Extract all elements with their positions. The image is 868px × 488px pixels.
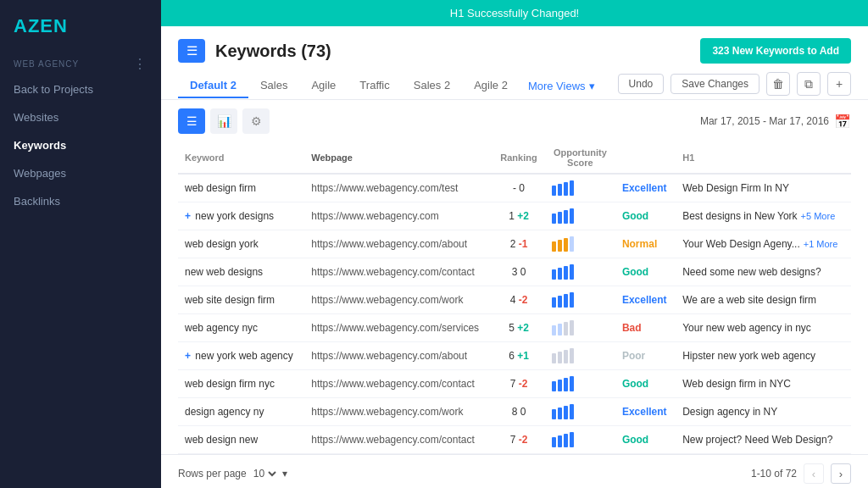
calendar-icon[interactable]: 📅 bbox=[834, 114, 851, 130]
opportunity-label: Excellent bbox=[615, 398, 676, 426]
more-views-button[interactable]: More Views ▾ bbox=[520, 75, 604, 97]
keyword-text: design agency ny bbox=[185, 406, 264, 418]
ranking-cell: 2 -1 bbox=[492, 230, 545, 258]
keyword-text: web agency nyc bbox=[185, 322, 258, 334]
ranking-cell: 4 -2 bbox=[492, 286, 545, 314]
page-title: Keywords (73) bbox=[215, 42, 690, 61]
chart-view-button[interactable]: 📊 bbox=[210, 108, 237, 134]
rank-value: 5 bbox=[509, 322, 515, 334]
rank-change: -1 bbox=[515, 238, 527, 250]
opportunity-bars bbox=[545, 286, 615, 314]
opportunity-label: Bad bbox=[615, 314, 676, 342]
content-header: ☰ Keywords (73) 323 New Keywords to Add bbox=[161, 26, 868, 67]
rows-per-page-select[interactable]: 10 25 50 bbox=[250, 467, 279, 480]
h1-column-header: H1 bbox=[676, 142, 851, 174]
keyword-text: web design firm nyc bbox=[185, 378, 275, 390]
h1-cell: Hipster new york web agency bbox=[676, 342, 851, 370]
opportunity-label: Good bbox=[615, 370, 676, 398]
table-row: web design newhttps://www.webagency.com/… bbox=[178, 426, 851, 454]
h1-text: New project? Need Web Design? bbox=[682, 434, 832, 446]
opp-score-column-header: OpportunityScore bbox=[545, 142, 615, 174]
filter-view-button[interactable]: ⚙ bbox=[242, 108, 270, 134]
opportunity-label: Good bbox=[615, 426, 676, 454]
h1-text: Your Web Design Ageny... bbox=[682, 238, 800, 250]
ranking-cell: 1 +2 bbox=[492, 202, 545, 230]
hamburger-button[interactable]: ☰ bbox=[178, 39, 205, 63]
undo-button[interactable]: Undo bbox=[618, 74, 665, 94]
add-keyword-icon[interactable]: + bbox=[185, 210, 193, 222]
h1-cell: Your new web agency in nyc bbox=[676, 314, 851, 342]
tab-agile[interactable]: Agile bbox=[299, 74, 348, 98]
table-view-button[interactable]: ☰ bbox=[178, 108, 205, 134]
keyword-text: new york web agency bbox=[195, 350, 292, 362]
table-row: web agency nychttps://www.webagency.com/… bbox=[178, 314, 851, 342]
rank-change: +2 bbox=[515, 210, 529, 222]
sidebar-item-websites[interactable]: Websites bbox=[0, 103, 161, 131]
table-row: + new york designshttps://www.webagency.… bbox=[178, 202, 851, 230]
h1-text: Hipster new york web agency bbox=[682, 350, 815, 362]
h1-cell: Your Web Design Ageny...+1 More bbox=[676, 230, 851, 258]
h1-text: We are a web site design firm bbox=[682, 294, 816, 306]
h1-text: Design agency in NY bbox=[682, 406, 777, 418]
tab-sales[interactable]: Sales bbox=[248, 74, 300, 98]
h1-more-link[interactable]: +5 More bbox=[801, 211, 836, 221]
webpage-text: https://www.webagency.com/test bbox=[304, 174, 492, 202]
h1-text: Web design firm in NYC bbox=[682, 378, 791, 390]
h1-cell: Best designs in New York+5 More bbox=[676, 202, 851, 230]
rows-per-page: Rows per page 10 25 50 ▾ bbox=[178, 467, 287, 480]
h1-cell: Need some new web designs? bbox=[676, 258, 851, 286]
sidebar-item-backlinks[interactable]: Backlinks bbox=[0, 187, 161, 215]
keywords-table-container: Keyword Webpage Ranking OpportunityScore… bbox=[161, 142, 868, 454]
rank-change: +1 bbox=[515, 350, 529, 362]
next-page-button[interactable]: › bbox=[831, 463, 851, 484]
copy-icon[interactable]: ⧉ bbox=[797, 72, 821, 96]
add-keyword-icon[interactable]: + bbox=[185, 350, 193, 362]
opportunity-bars bbox=[545, 258, 615, 286]
table-row: design agency nyhttps://www.webagency.co… bbox=[178, 398, 851, 426]
ranking-cell: 7 -2 bbox=[492, 370, 545, 398]
ranking-column-header: Ranking bbox=[492, 142, 545, 174]
sidebar-item-keywords[interactable]: Keywords bbox=[0, 131, 161, 159]
rank-value: 8 bbox=[512, 406, 518, 418]
opportunity-bars bbox=[545, 426, 615, 454]
rank-change: -2 bbox=[515, 294, 527, 306]
h1-text: Your new web agency in nyc bbox=[682, 322, 811, 334]
opportunity-bars bbox=[545, 174, 615, 202]
ranking-cell: 8 0 bbox=[492, 398, 545, 426]
tab-default2[interactable]: Default 2 bbox=[178, 74, 248, 98]
h1-cell: We are a web site design firm bbox=[676, 286, 851, 314]
delete-icon[interactable]: 🗑 bbox=[766, 72, 790, 96]
sidebar-section-menu-icon[interactable]: ⋮ bbox=[133, 56, 147, 72]
keyword-column-header: Keyword bbox=[178, 142, 304, 174]
h1-cell: Web design firm in NYC bbox=[676, 370, 851, 398]
keyword-text: web site design firm bbox=[185, 294, 275, 306]
sidebar-item-webpages[interactable]: Webpages bbox=[0, 159, 161, 187]
opportunity-bars bbox=[545, 398, 615, 426]
opportunity-label: Good bbox=[615, 202, 676, 230]
h1-text: Web Design Firm In NY bbox=[682, 182, 789, 194]
save-changes-button[interactable]: Save Changes bbox=[670, 74, 760, 94]
app-logo: AZEN bbox=[0, 0, 161, 49]
add-keywords-button[interactable]: 323 New Keywords to Add bbox=[700, 38, 851, 64]
keyword-text: web design firm bbox=[185, 182, 256, 194]
h1-more-link[interactable]: +1 More bbox=[804, 239, 838, 249]
rank-value: - bbox=[513, 182, 516, 194]
opportunity-label: Poor bbox=[615, 342, 676, 370]
add-icon[interactable]: + bbox=[827, 72, 851, 96]
prev-page-button[interactable]: ‹ bbox=[804, 463, 824, 484]
sidebar-item-back-to-projects[interactable]: Back to Projects bbox=[0, 75, 161, 103]
h1-text: Need some new web designs? bbox=[682, 266, 821, 278]
table-header-row: Keyword Webpage Ranking OpportunityScore… bbox=[178, 142, 851, 174]
content-area: ☰ Keywords (73) 323 New Keywords to Add … bbox=[161, 26, 868, 488]
rank-value: 6 bbox=[509, 350, 515, 362]
h1-cell: Design agency in NY bbox=[676, 398, 851, 426]
opportunity-bars bbox=[545, 314, 615, 342]
tab-sales2[interactable]: Sales 2 bbox=[402, 74, 462, 98]
opportunity-label: Good bbox=[615, 258, 676, 286]
table-row: web design firmhttps://www.webagency.com… bbox=[178, 174, 851, 202]
webpage-text: https://www.webagency.com bbox=[304, 202, 492, 230]
tab-traffic[interactable]: Traffic bbox=[348, 74, 401, 98]
opportunity-label: Normal bbox=[615, 230, 676, 258]
webpage-text: https://www.webagency.com/contact bbox=[304, 258, 492, 286]
tab-agile2[interactable]: Agile 2 bbox=[462, 74, 520, 98]
